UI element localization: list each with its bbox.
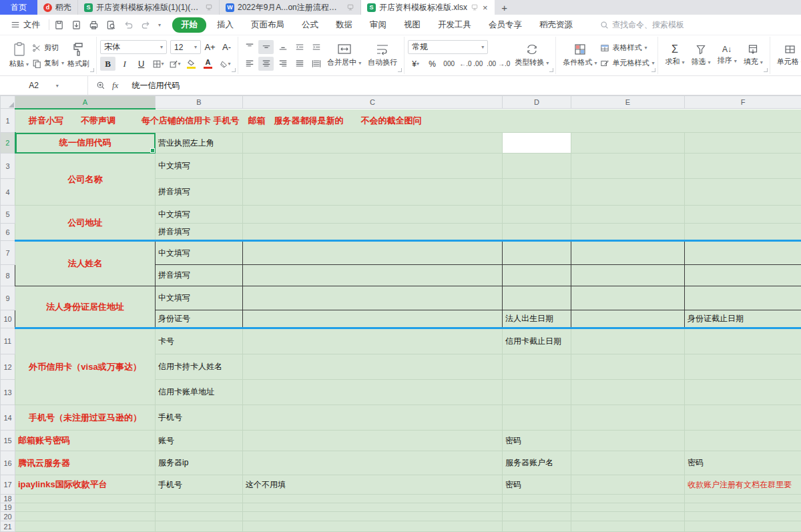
- cell-F18[interactable]: [685, 495, 801, 503]
- cell-A1[interactable]: 拼音小写 不带声调 每个店铺的信用卡 手机号 邮箱 服务器都得是新的 不会的截全…: [15, 109, 801, 133]
- cell-A2[interactable]: 统一信用代码: [15, 133, 156, 154]
- cell-A11[interactable]: 外币信用卡（visa或万事达）: [15, 328, 156, 405]
- cell-B12[interactable]: 信用卡持卡人姓名: [156, 354, 243, 380]
- cell-C9[interactable]: [243, 286, 503, 310]
- cell-C7[interactable]: [243, 241, 503, 265]
- save-button[interactable]: [54, 20, 64, 30]
- cell-B5[interactable]: 中文填写: [156, 206, 243, 224]
- cell-E12[interactable]: [571, 354, 685, 380]
- cell-E13[interactable]: [571, 380, 685, 405]
- font-color-button[interactable]: A: [200, 57, 216, 71]
- cell-B18[interactable]: [156, 495, 243, 503]
- row-header-19[interactable]: 19: [1, 503, 15, 512]
- cell-A18[interactable]: [15, 495, 156, 503]
- menu-tab-审阅[interactable]: 审阅: [363, 18, 393, 32]
- cell-D4[interactable]: [503, 179, 571, 206]
- thousands-format-button[interactable]: 000: [441, 57, 457, 71]
- format-painter-button[interactable]: 格式刷: [64, 41, 93, 70]
- column-header-D[interactable]: D: [503, 96, 571, 109]
- cell-C3[interactable]: [243, 154, 503, 179]
- file-menu-button[interactable]: 文件: [7, 19, 44, 31]
- cell-D14[interactable]: [503, 405, 571, 431]
- cell-E18[interactable]: [571, 495, 685, 503]
- increase-indent-button[interactable]: [308, 40, 324, 54]
- cell-D19[interactable]: [503, 503, 571, 512]
- cell-E19[interactable]: [571, 503, 685, 512]
- cell-D11[interactable]: 信用卡截止日期: [503, 328, 571, 354]
- cell-D18[interactable]: [503, 495, 571, 503]
- cell-F6[interactable]: [685, 224, 801, 241]
- cell-C15[interactable]: [243, 431, 503, 451]
- cell-D15[interactable]: 密码: [503, 431, 571, 451]
- cell-C6[interactable]: [243, 224, 503, 241]
- quickbar-dropdown-icon[interactable]: ▾: [158, 22, 161, 28]
- cell-E10[interactable]: [571, 310, 685, 328]
- merge-center-button[interactable]: 合并居中 ▾: [324, 42, 364, 69]
- cell-D8[interactable]: [503, 265, 571, 286]
- select-all-corner[interactable]: [1, 96, 15, 109]
- cell-C4[interactable]: [243, 179, 503, 206]
- cell-D9[interactable]: [503, 286, 571, 310]
- formula-input[interactable]: 统一信用代码: [126, 80, 180, 91]
- tab-close-icon[interactable]: ×: [482, 3, 489, 12]
- row-header-4[interactable]: 4: [1, 179, 15, 206]
- row-header-11[interactable]: 11: [1, 328, 15, 354]
- cell-D13[interactable]: [503, 380, 571, 405]
- distribute-button[interactable]: [308, 57, 324, 71]
- cell-C12[interactable]: [243, 354, 503, 380]
- conditional-format-button[interactable]: 条件格式 ▾: [559, 42, 600, 69]
- fx-icon[interactable]: fx: [112, 80, 118, 91]
- row-header-8[interactable]: 8: [1, 265, 15, 286]
- cell-A16[interactable]: 腾讯云服务器: [15, 451, 156, 475]
- cell-C19[interactable]: [243, 503, 503, 512]
- cell-D17[interactable]: 密码: [503, 475, 571, 495]
- menu-tab-公式[interactable]: 公式: [295, 18, 325, 32]
- decrease-font-button[interactable]: A-: [219, 40, 234, 54]
- cell-B2[interactable]: 营业执照左上角: [156, 133, 243, 154]
- cell-C18[interactable]: [243, 495, 503, 503]
- row-header-16[interactable]: 16: [1, 451, 15, 475]
- cell-F17[interactable]: 收款账户注册有文档在群里要: [685, 475, 801, 495]
- name-box-dropdown-icon[interactable]: ▾: [56, 83, 59, 89]
- row-header-1[interactable]: 1: [1, 109, 15, 133]
- row-header-9[interactable]: 9: [1, 286, 15, 310]
- menu-tab-页面布局[interactable]: 页面布局: [244, 18, 291, 32]
- undo-button[interactable]: [123, 20, 134, 30]
- currency-format-button[interactable]: ¥▾: [408, 57, 423, 71]
- cell-B20[interactable]: [156, 512, 243, 521]
- cell-F14[interactable]: [685, 405, 801, 431]
- cell-E3[interactable]: [571, 154, 685, 179]
- tab-pin-icon[interactable]: [346, 3, 354, 11]
- row-header-15[interactable]: 15: [1, 431, 15, 451]
- menu-tab-会员专享[interactable]: 会员专享: [482, 18, 529, 32]
- cell-E4[interactable]: [571, 179, 685, 206]
- menu-tab-视图[interactable]: 视图: [397, 18, 427, 32]
- font-name-select[interactable]: 宋体▾: [100, 40, 167, 54]
- menu-tab-开始[interactable]: 开始: [172, 17, 206, 33]
- cell-A19[interactable]: [15, 503, 156, 512]
- column-header-B[interactable]: B: [156, 96, 243, 109]
- cell-A17[interactable]: ipaylinks国际收款平台: [15, 475, 156, 495]
- row-header-13[interactable]: 13: [1, 380, 15, 405]
- cells-button[interactable]: 单元格 ▾: [774, 43, 801, 68]
- valign-bottom-button[interactable]: [275, 40, 290, 54]
- cell-F7[interactable]: [685, 241, 801, 265]
- cell-E6[interactable]: [571, 224, 685, 241]
- valign-top-button[interactable]: [242, 40, 257, 54]
- cell-D3[interactable]: [503, 154, 571, 179]
- cell-E20[interactable]: [571, 512, 685, 521]
- cell-C21[interactable]: [243, 521, 503, 532]
- italic-button[interactable]: I: [117, 57, 132, 71]
- cell-E8[interactable]: [571, 265, 685, 286]
- cell-A15[interactable]: 邮箱账号密码: [15, 431, 156, 451]
- cell-E15[interactable]: [571, 431, 685, 451]
- cell-D21[interactable]: [503, 521, 571, 532]
- cell-F11[interactable]: [685, 328, 801, 354]
- menu-tab-稻壳资源[interactable]: 稻壳资源: [533, 18, 579, 32]
- underline-button[interactable]: U: [134, 57, 149, 71]
- wrap-text-button[interactable]: 自动换行: [364, 42, 400, 69]
- row-header-18[interactable]: 18: [1, 495, 15, 503]
- row-header-7[interactable]: 7: [1, 241, 15, 265]
- print-button[interactable]: [89, 20, 99, 30]
- cell-F12[interactable]: [685, 354, 801, 380]
